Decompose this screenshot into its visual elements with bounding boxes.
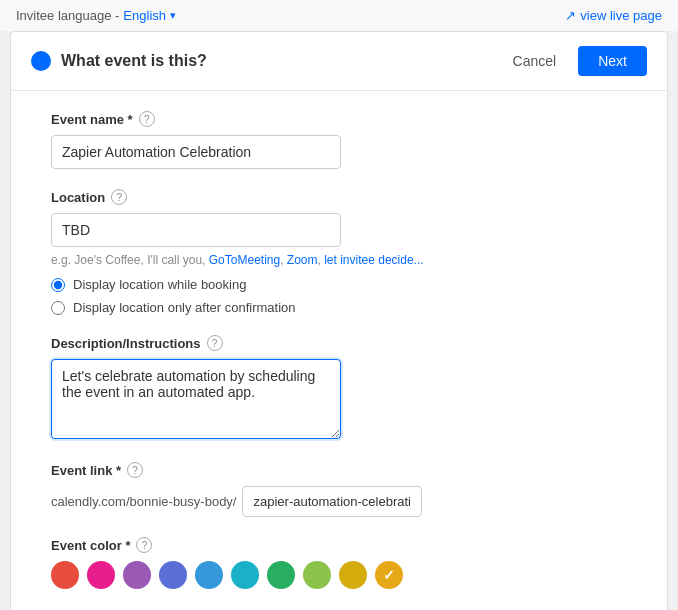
form-header: What event is this? Cancel Next xyxy=(11,32,667,91)
event-color-group: Event color * ? xyxy=(51,537,627,589)
step-indicator xyxy=(31,51,51,71)
language-value[interactable]: English xyxy=(123,8,166,23)
event-name-input[interactable] xyxy=(51,135,341,169)
color-picker xyxy=(51,561,627,589)
header-next-button[interactable]: Next xyxy=(578,46,647,76)
color-indigo[interactable] xyxy=(159,561,187,589)
color-red[interactable] xyxy=(51,561,79,589)
location-hint: e.g. Joe's Coffee, I'll call you, GoToMe… xyxy=(51,253,627,267)
location-after-confirmation-radio[interactable] xyxy=(51,301,65,315)
event-color-label: Event color * ? xyxy=(51,537,627,553)
invitee-decide-link[interactable]: let invitee decide... xyxy=(324,253,423,267)
location-while-booking[interactable]: Display location while booking xyxy=(51,277,627,292)
color-pink[interactable] xyxy=(87,561,115,589)
event-name-label: Event name * ? xyxy=(51,111,627,127)
description-label: Description/Instructions ? xyxy=(51,335,627,351)
chevron-down-icon: ▾ xyxy=(170,9,176,22)
event-color-help-icon[interactable]: ? xyxy=(136,537,152,553)
color-teal[interactable] xyxy=(231,561,259,589)
color-green[interactable] xyxy=(267,561,295,589)
location-help-icon[interactable]: ? xyxy=(111,189,127,205)
color-purple[interactable] xyxy=(123,561,151,589)
location-label: Location ? xyxy=(51,189,627,205)
color-blue[interactable] xyxy=(195,561,223,589)
event-name-group: Event name * ? xyxy=(51,111,627,169)
form-body: Event name * ? Location ? e.g. Joe's Cof… xyxy=(11,91,667,610)
location-after-confirmation[interactable]: Display location only after confirmation xyxy=(51,300,627,315)
goto-meeting-link[interactable]: GoToMeeting xyxy=(209,253,280,267)
event-link-prefix: calendly.com/bonnie-busy-body/ xyxy=(51,494,236,509)
header-cancel-button[interactable]: Cancel xyxy=(501,47,569,75)
event-form-card: What event is this? Cancel Next Event na… xyxy=(10,31,668,610)
event-link-label: Event link * ? xyxy=(51,462,627,478)
event-name-help-icon[interactable]: ? xyxy=(139,111,155,127)
color-orange[interactable] xyxy=(375,561,403,589)
location-while-booking-radio[interactable] xyxy=(51,278,65,292)
event-link-help-icon[interactable]: ? xyxy=(127,462,143,478)
view-live-page-label: view live page xyxy=(580,8,662,23)
event-link-group: Event link * ? calendly.com/bonnie-busy-… xyxy=(51,462,627,517)
location-input[interactable] xyxy=(51,213,341,247)
page-title: What event is this? xyxy=(61,52,207,70)
description-group: Description/Instructions ? Let's celebra… xyxy=(51,335,627,442)
location-group: Location ? e.g. Joe's Coffee, I'll call … xyxy=(51,189,627,315)
external-link-icon: ↗ xyxy=(565,8,576,23)
view-live-page-link[interactable]: ↗ view live page xyxy=(565,8,662,23)
top-bar: Invitee language - English ▾ ↗ view live… xyxy=(0,0,678,31)
description-help-icon[interactable]: ? xyxy=(207,335,223,351)
zoom-link[interactable]: Zoom xyxy=(287,253,318,267)
description-input[interactable]: Let's celebrate automation by scheduling… xyxy=(51,359,341,439)
color-gold[interactable] xyxy=(339,561,367,589)
language-label: Invitee language - xyxy=(16,8,119,23)
color-light-green[interactable] xyxy=(303,561,331,589)
language-selector[interactable]: Invitee language - English ▾ xyxy=(16,8,176,23)
location-display-options: Display location while booking Display l… xyxy=(51,277,627,315)
event-link-input[interactable] xyxy=(242,486,422,517)
